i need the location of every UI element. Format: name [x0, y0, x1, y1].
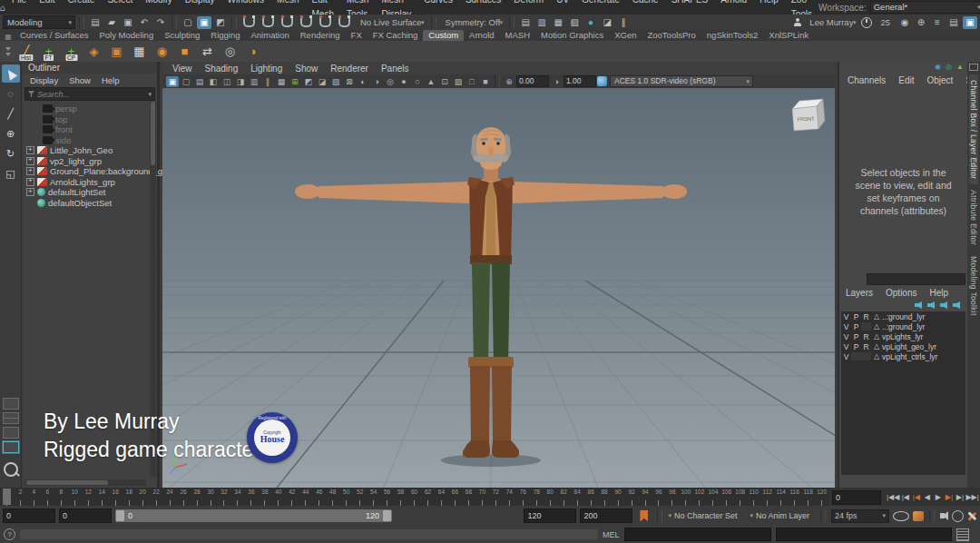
frame-tick-28[interactable]: 28 — [191, 488, 204, 506]
frame-tick-68[interactable]: 68 — [462, 488, 475, 506]
divider[interactable] — [79, 16, 84, 28]
step-back-key-button[interactable]: |◀ — [900, 489, 910, 504]
outliner-item-side[interactable]: side — [23, 135, 157, 146]
select-component-icon[interactable]: ◩ — [213, 16, 228, 29]
expand-icon[interactable] — [26, 146, 34, 154]
select-tool[interactable] — [2, 64, 20, 83]
shelf-tab-fx[interactable]: FX — [346, 30, 368, 41]
bookmark-icon[interactable]: ◧ — [207, 76, 220, 87]
viewport-menu-renderer[interactable]: Renderer — [324, 64, 375, 74]
time-editor-mute-icon[interactable] — [913, 511, 924, 521]
frame-ruler[interactable]: 0246810121416182022242628303234363840424… — [0, 488, 828, 506]
undo-icon[interactable]: ↶ — [137, 16, 152, 29]
shelf-button-swap-arrows[interactable]: ⇄ — [198, 42, 217, 61]
current-frame-field[interactable]: 0 — [832, 490, 881, 505]
grease-pencil-icon[interactable]: ◨ — [234, 76, 247, 87]
layer-playback-toggle[interactable]: P — [851, 312, 861, 321]
channel-box-menu-edit[interactable]: Edit — [892, 75, 920, 85]
shelf-tab-xnlsplink[interactable]: XnlSPLink — [763, 30, 814, 41]
frame-tick-112[interactable]: 112 — [760, 488, 774, 506]
edit-mode-icon[interactable]: ▲ — [956, 63, 964, 74]
shelf-button-cp-control[interactable]: +CP — [62, 42, 81, 61]
frame-tick-76[interactable]: 76 — [516, 488, 530, 506]
outliner-item-little-john-geo[interactable]: Little_John_Geo — [23, 145, 157, 156]
viewport-menu-panels[interactable]: Panels — [375, 64, 416, 74]
pause-viewport-icon[interactable]: ∥ — [616, 16, 631, 29]
frame-tick-48[interactable]: 48 — [326, 488, 339, 506]
shelf-button-ft-control[interactable]: +FT — [39, 42, 58, 61]
workspace-panel-icon[interactable]: ▣ — [963, 16, 977, 29]
shelf-tab-sculpting[interactable]: Sculpting — [159, 30, 205, 41]
divider[interactable] — [431, 16, 436, 28]
loop-playback-icon[interactable] — [893, 511, 909, 521]
sidebar-tab-channel-box-layer-editor[interactable]: Channel Box / Layer Editor — [969, 74, 978, 184]
frame-tick-60[interactable]: 60 — [407, 488, 421, 506]
shelf-button-shaded-sphere[interactable]: ◑ — [243, 42, 262, 61]
shelf-tab-animation[interactable]: Animation — [245, 30, 294, 41]
command-language-toggle[interactable]: MEL — [603, 530, 620, 539]
depth-peel-icon[interactable]: ■ — [479, 76, 492, 87]
frame-tick-74[interactable]: 74 — [503, 488, 516, 506]
chevron-down-icon[interactable]: ▾ — [148, 91, 152, 98]
workspace-select[interactable]: General* — [870, 1, 980, 14]
outliner-item-front[interactable]: front — [23, 124, 157, 135]
view-cube[interactable]: FRONT — [792, 99, 825, 131]
frame-tick-72[interactable]: 72 — [489, 488, 503, 506]
field-chart-icon[interactable]: ● — [397, 76, 410, 87]
shelf-button-history-toggle[interactable]: ╱Hist — [16, 42, 35, 61]
snap-grid-icon[interactable] — [243, 18, 255, 27]
ipr-render-icon[interactable]: ▦ — [551, 16, 565, 29]
expand-icon[interactable] — [26, 157, 34, 165]
user-name[interactable]: Lee Murray — [804, 16, 858, 28]
shelf-button-cube-cluster[interactable]: ▣ — [107, 42, 126, 61]
sliders-icon[interactable]: ≡ — [930, 16, 945, 29]
outliner-item-vp2-light-grp[interactable]: vp2_light_grp — [23, 156, 157, 167]
channel-box-menu-object[interactable]: Object — [921, 75, 960, 85]
expand-icon[interactable] — [26, 167, 34, 175]
set-key-icon[interactable] — [640, 510, 648, 522]
two-pane-layout-button[interactable] — [3, 427, 19, 439]
layer-visible-toggle[interactable]: V — [841, 332, 851, 341]
frame-tick-24[interactable]: 24 — [163, 488, 177, 506]
ao-icon[interactable]: ⊡ — [438, 76, 451, 87]
frame-tick-94[interactable]: 94 — [639, 488, 652, 506]
live-surface-select[interactable]: No Live Surface — [355, 16, 427, 28]
frame-tick-44[interactable]: 44 — [299, 488, 312, 506]
frame-tick-22[interactable]: 22 — [150, 488, 163, 506]
image-plane-icon[interactable]: ▤ — [193, 76, 206, 87]
anim-layer-select[interactable]: ▾ No Anim Layer — [750, 511, 809, 520]
isolate-select-icon[interactable]: ▦ — [275, 76, 288, 87]
frame-tick-114[interactable]: 114 — [774, 488, 788, 506]
resolution-gate-icon[interactable]: ◑ — [370, 76, 383, 87]
frame-tick-80[interactable]: 80 — [544, 488, 557, 506]
go-to-start-button[interactable]: |◀◀ — [887, 489, 899, 504]
frame-tick-86[interactable]: 86 — [584, 488, 598, 506]
layer-display-type-toggle[interactable] — [861, 352, 871, 360]
frame-tick-106[interactable]: 106 — [720, 488, 733, 506]
outliner-item-ground-plane-background-grp[interactable]: Ground_Plane:background_grp — [23, 166, 157, 177]
frame-tick-108[interactable]: 108 — [733, 488, 747, 506]
range-end-handle[interactable] — [383, 510, 391, 521]
shelf-tab-arnold[interactable]: Arnold — [464, 30, 499, 41]
outliner-horizontal-scrollbar[interactable] — [24, 479, 146, 486]
safe-title-icon[interactable]: ▲ — [425, 76, 437, 87]
exposure-icon[interactable]: ⊕ — [503, 76, 515, 87]
viewport-menu-shading[interactable]: Shading — [199, 64, 245, 74]
layer-from-selected-icon[interactable] — [953, 301, 960, 309]
layer-row-ground-lyr[interactable]: VPR△..:ground_lyr — [841, 311, 965, 321]
divider[interactable] — [509, 16, 514, 28]
shelf-tab-mash[interactable]: MASH — [500, 30, 535, 41]
frame-tick-16[interactable]: 16 — [109, 488, 122, 506]
frame-tick-88[interactable]: 88 — [598, 488, 612, 506]
render-settings-icon[interactable]: ▧ — [567, 16, 582, 29]
layer-row-vplight-ctrls-lyr[interactable]: V△vpLight_ctrls_lyr — [841, 351, 965, 361]
camera-select-icon[interactable]: ▣ — [166, 76, 179, 87]
frame-tick-12[interactable]: 12 — [82, 488, 95, 506]
frame-tick-32[interactable]: 32 — [218, 488, 231, 506]
layer-color-icon[interactable]: △ — [871, 342, 882, 350]
animation-end-field[interactable]: 200 — [580, 508, 632, 523]
two-pane-icon[interactable]: ◫ — [220, 76, 233, 87]
frame-tick-52[interactable]: 52 — [353, 488, 367, 506]
step-forward-key-button[interactable]: ▶| — [955, 489, 965, 504]
cached-playback-icon[interactable] — [952, 510, 964, 522]
